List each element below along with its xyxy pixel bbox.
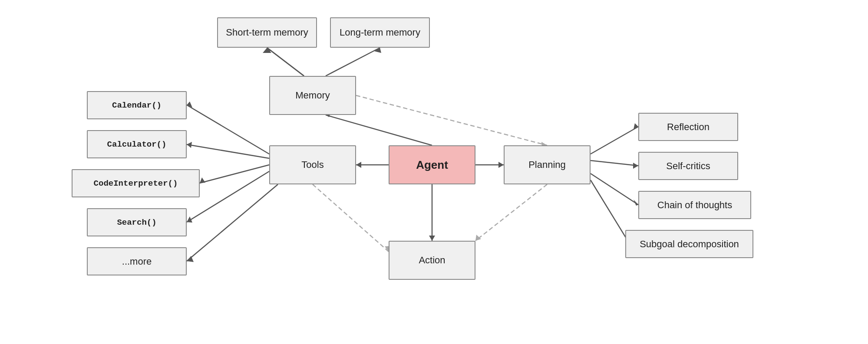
self-critics-box: Self-critics <box>638 152 738 180</box>
svg-marker-25 <box>633 163 638 169</box>
svg-marker-15 <box>187 142 192 148</box>
svg-marker-9 <box>356 162 361 168</box>
subgoal-decomposition-box: Subgoal decomposition <box>625 230 753 258</box>
svg-line-20 <box>187 184 278 261</box>
svg-line-24 <box>591 161 638 166</box>
svg-marker-13 <box>187 102 192 108</box>
code-interpreter-box: CodeInterpreter() <box>72 169 200 197</box>
svg-marker-3 <box>374 48 381 53</box>
memory-box: Memory <box>269 76 356 115</box>
long-term-memory-box: Long-term memory <box>330 17 430 48</box>
svg-line-12 <box>187 105 269 154</box>
tools-box: Tools <box>269 145 356 184</box>
search-box: Search() <box>87 208 187 236</box>
svg-line-14 <box>187 144 269 158</box>
svg-marker-11 <box>429 236 435 241</box>
svg-line-22 <box>591 127 638 154</box>
svg-line-26 <box>591 174 638 205</box>
calendar-box: Calendar() <box>87 91 187 119</box>
reflection-box: Reflection <box>638 113 738 141</box>
chain-of-thoughts-box: Chain of thoughts <box>638 191 751 219</box>
svg-marker-17 <box>200 177 205 183</box>
svg-marker-23 <box>634 123 638 129</box>
svg-line-32 <box>475 184 547 241</box>
svg-line-34 <box>313 184 389 252</box>
svg-marker-2 <box>264 48 271 53</box>
svg-line-4 <box>326 115 432 145</box>
svg-line-0 <box>267 48 304 76</box>
svg-marker-33 <box>475 235 481 241</box>
calculator-box: Calculator() <box>87 130 187 158</box>
svg-line-28 <box>591 180 630 244</box>
planning-box: Planning <box>504 145 591 184</box>
svg-marker-19 <box>187 216 192 223</box>
svg-marker-27 <box>634 200 638 206</box>
agent-box: Agent <box>389 145 475 184</box>
more-box: ...more <box>87 247 187 275</box>
short-term-memory-box: Short-term memory <box>217 17 317 48</box>
svg-line-16 <box>200 165 269 183</box>
svg-marker-1 <box>263 48 271 53</box>
svg-line-30 <box>356 95 547 145</box>
svg-marker-21 <box>187 256 194 262</box>
diagram: Short-term memory Long-term memory Memor… <box>0 0 868 344</box>
svg-marker-7 <box>498 162 504 168</box>
action-box: Action <box>389 241 475 280</box>
